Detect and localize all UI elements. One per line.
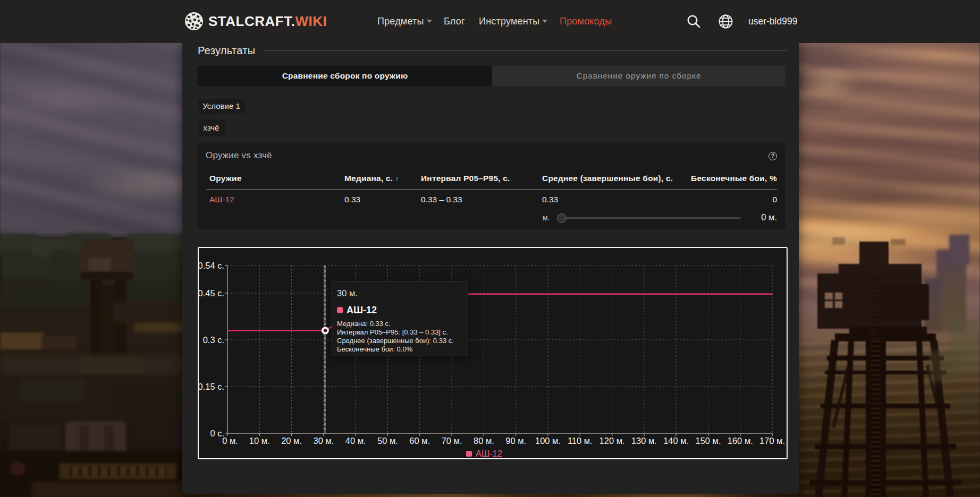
svg-text:0.3 с.: 0.3 с. [203, 335, 224, 345]
svg-text:150 м.: 150 м. [695, 436, 721, 445]
svg-text:100 м.: 100 м. [535, 436, 561, 445]
svg-text:10 м.: 10 м. [249, 436, 270, 445]
svg-text:0.54 с.: 0.54 с. [199, 261, 224, 270]
svg-text:170 м.: 170 м. [759, 436, 785, 445]
svg-text:160 м.: 160 м. [728, 436, 753, 445]
svg-text:60 м.: 60 м. [409, 436, 430, 445]
svg-text:50 м.: 50 м. [377, 436, 398, 445]
svg-text:80 м.: 80 м. [474, 436, 494, 445]
svg-text:130 м.: 130 м. [631, 436, 657, 445]
svg-text:0.45 с.: 0.45 с. [199, 288, 224, 298]
svg-text:20 м.: 20 м. [281, 436, 302, 445]
svg-text:0.15 с.: 0.15 с. [199, 382, 224, 391]
svg-text:90 м.: 90 м. [505, 436, 526, 445]
svg-text:40 м.: 40 м. [345, 436, 366, 445]
svg-text:110 м.: 110 м. [568, 436, 593, 445]
svg-text:120 м.: 120 м. [599, 436, 625, 445]
svg-text:0 м.: 0 м. [222, 436, 238, 445]
svg-text:30 м.: 30 м. [313, 436, 334, 445]
svg-text:70 м.: 70 м. [442, 436, 462, 445]
svg-text:140 м.: 140 м. [663, 436, 689, 445]
